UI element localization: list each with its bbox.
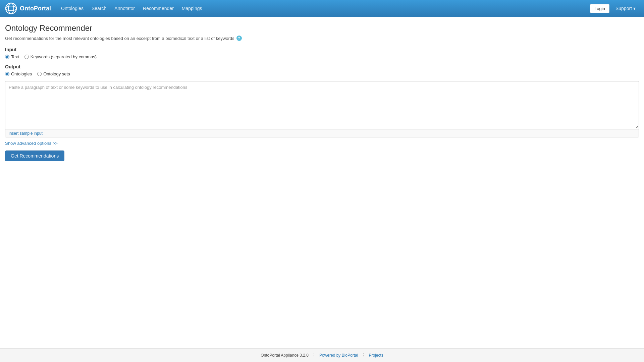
navbar-left: OntoPortal Ontologies Search Annotator R… bbox=[5, 2, 206, 14]
radio-text-option[interactable]: Text bbox=[5, 54, 19, 59]
svg-point-1 bbox=[8, 3, 14, 14]
help-icon[interactable]: ? bbox=[236, 36, 242, 41]
submit-section: Get Recommendations bbox=[5, 150, 639, 161]
page-title: Ontology Recommender bbox=[5, 23, 639, 33]
radio-ontology-sets-label: Ontology sets bbox=[43, 71, 70, 76]
login-button[interactable]: Login bbox=[590, 4, 609, 13]
brand-name: OntoPortal bbox=[20, 5, 51, 12]
brand-logo-link[interactable]: OntoPortal bbox=[5, 2, 51, 14]
nav-links: Ontologies Search Annotator Recommender … bbox=[58, 4, 206, 13]
radio-keywords-option[interactable]: Keywords (separated by commas) bbox=[24, 54, 97, 59]
page-description-text: Get recommendations for the most relevan… bbox=[5, 36, 234, 41]
projects-link[interactable]: Projects bbox=[369, 353, 383, 358]
bioportal-link[interactable]: Powered by BioPortal bbox=[319, 353, 358, 358]
navbar: OntoPortal Ontologies Search Annotator R… bbox=[0, 0, 644, 17]
radio-keywords-input[interactable] bbox=[24, 55, 29, 59]
footer-divider-2: ⋮ bbox=[361, 353, 366, 358]
nav-search[interactable]: Search bbox=[88, 4, 110, 13]
support-label: Support bbox=[615, 6, 632, 11]
radio-ontologies-option[interactable]: Ontologies bbox=[5, 71, 32, 76]
main-content: Ontology Recommender Get recommendations… bbox=[0, 17, 644, 168]
nav-mappings[interactable]: Mappings bbox=[178, 4, 206, 13]
radio-text-input[interactable] bbox=[5, 55, 9, 59]
navbar-right: Login Support ▾ bbox=[590, 4, 639, 13]
radio-ontology-sets-option[interactable]: Ontology sets bbox=[37, 71, 70, 76]
nav-recommender[interactable]: Recommender bbox=[140, 4, 177, 13]
radio-ontology-sets-input[interactable] bbox=[37, 72, 42, 76]
radio-keywords-label: Keywords (separated by commas) bbox=[31, 54, 97, 59]
support-dropdown[interactable]: Support ▾ bbox=[612, 4, 639, 13]
svg-point-2 bbox=[6, 6, 16, 11]
brand-logo-icon bbox=[5, 2, 17, 14]
nav-annotator[interactable]: Annotator bbox=[111, 4, 138, 13]
show-advanced-link[interactable]: Show advanced options >> bbox=[5, 141, 58, 146]
nav-ontologies[interactable]: Ontologies bbox=[58, 4, 87, 13]
output-section: Output Ontologies Ontology sets bbox=[5, 64, 639, 76]
footer-version: OntoPortal Appliance 3.2.0 bbox=[261, 353, 309, 358]
insert-sample-link[interactable]: insert sample input bbox=[5, 129, 639, 137]
footer-divider-1: ⋮ bbox=[311, 353, 317, 358]
input-section: Input Text Keywords (separated by commas… bbox=[5, 47, 639, 59]
input-section-label: Input bbox=[5, 47, 639, 52]
footer: OntoPortal Appliance 3.2.0 ⋮ Powered by … bbox=[0, 348, 644, 362]
get-recommendations-button[interactable]: Get Recommendations bbox=[5, 150, 64, 161]
page-description: Get recommendations for the most relevan… bbox=[5, 36, 639, 41]
output-section-label: Output bbox=[5, 64, 639, 69]
output-radio-group: Ontologies Ontology sets bbox=[5, 71, 639, 76]
chevron-down-icon: ▾ bbox=[633, 6, 636, 11]
textarea-wrapper: insert sample input bbox=[5, 81, 639, 137]
svg-point-0 bbox=[6, 3, 16, 14]
input-radio-group: Text Keywords (separated by commas) bbox=[5, 54, 639, 59]
radio-text-label: Text bbox=[11, 54, 19, 59]
radio-ontologies-label: Ontologies bbox=[11, 71, 32, 76]
recommendation-textarea[interactable] bbox=[5, 81, 639, 128]
radio-ontologies-input[interactable] bbox=[5, 72, 9, 76]
